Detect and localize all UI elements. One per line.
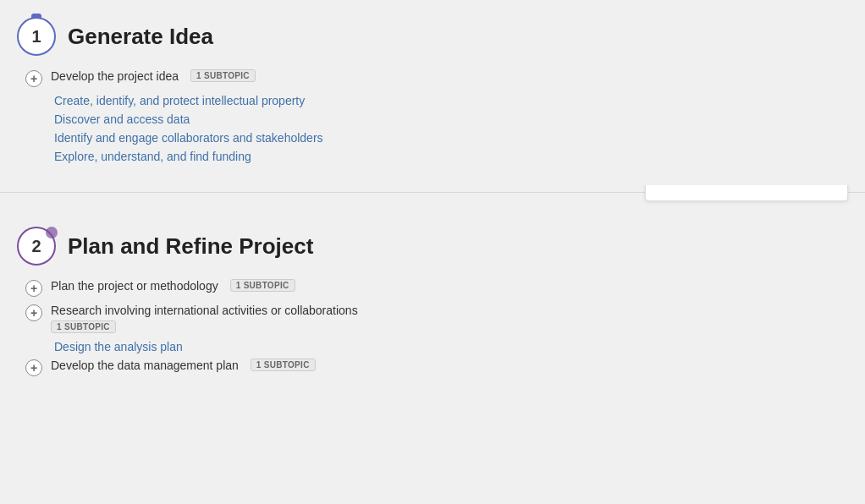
link-explore-understand[interactable]: Explore, understand, and find funding: [17, 150, 592, 163]
topic-label-develop-data-management: Develop the data management plan: [51, 359, 239, 372]
expand-develop-data-management[interactable]: +: [25, 359, 42, 376]
stage-1-number-circle: 1: [17, 17, 56, 56]
topic-label-plan-project: Plan the project or methodology: [51, 279, 218, 293]
link-create-identify[interactable]: Create, identify, and protect intellectu…: [17, 94, 592, 107]
topic-develop-data-management: + Develop the data management plan 1 SUB…: [17, 359, 592, 376]
stage-1-header: 1 Generate Idea: [17, 17, 592, 56]
link-design-analysis[interactable]: Design the analysis plan: [17, 340, 592, 353]
topic-label-develop-project-idea: Develop the project idea: [51, 69, 179, 83]
link-discover-access[interactable]: Discover and access data: [17, 112, 592, 126]
topic-label-research-international: Research involving international activit…: [51, 304, 358, 317]
subtopic-badge-plan-project: 1 SUBTOPIC: [230, 279, 295, 292]
subtopic-badge-develop-project-idea: 1 SUBTOPIC: [190, 69, 256, 82]
expand-develop-project-idea[interactable]: +: [25, 70, 42, 87]
expand-research-international[interactable]: +: [25, 304, 42, 321]
topic-plan-project: + Plan the project or methodology 1 SUBT…: [17, 279, 592, 297]
topic-research-international: + Research involving international activ…: [17, 304, 592, 333]
stage-2-title: Plan and Refine Project: [68, 233, 313, 260]
stage-1-section: 1 Generate Idea + Develop the project id…: [0, 0, 865, 185]
stage-2-header: 2 Plan and Refine Project: [17, 227, 592, 266]
stage-2-number-circle: 2: [17, 227, 56, 266]
stage-1-title: Generate Idea: [68, 24, 213, 50]
expand-plan-project[interactable]: +: [25, 280, 42, 297]
topic-develop-project-idea: + Develop the project idea 1 SUBTOPIC: [17, 69, 592, 87]
stage-2-section: 2 Plan and Refine Project + Plan the pro…: [0, 210, 865, 400]
subtopic-badge-develop-data-management: 1 SUBTOPIC: [251, 359, 316, 371]
subtopic-badge-research-international: 1 SUBTOPIC: [51, 320, 116, 333]
link-identify-engage[interactable]: Identify and engage collaborators and st…: [17, 131, 592, 145]
